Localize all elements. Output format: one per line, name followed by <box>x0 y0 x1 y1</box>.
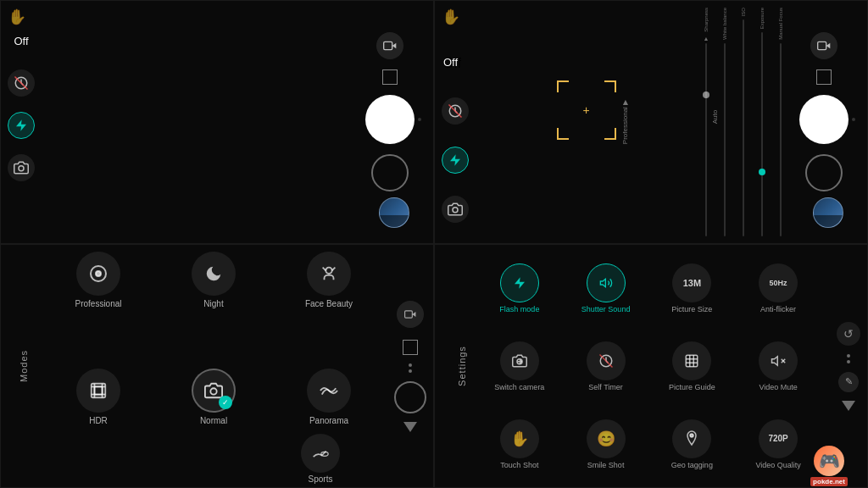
mf-label: Manual Focus <box>778 8 783 40</box>
q2-settings-icon[interactable] <box>442 196 469 223</box>
mode-normal[interactable]: ✓ Normal <box>159 369 269 480</box>
setting-video-mute[interactable]: Video Mute <box>736 328 821 404</box>
setting-picture-guide[interactable]: Picture Guide <box>650 328 735 404</box>
focus-corner-bl <box>557 128 569 140</box>
mf-slider[interactable]: Manual Focus <box>775 8 787 236</box>
shutter-sound-icon <box>587 263 626 302</box>
setting-touch-shot[interactable]: ✋ Touch Shot <box>477 406 562 482</box>
camera-view-panel: ✋ Off <box>0 0 434 244</box>
svg-point-27 <box>210 388 216 394</box>
mf-track <box>780 43 782 236</box>
pokde-avatar: 🎮 <box>814 446 844 476</box>
pro-mode-panel: ✋ Off Off + Professional ▶ <box>434 0 868 244</box>
svg-marker-31 <box>515 277 525 288</box>
flash-mode-label: Flash mode <box>499 305 539 313</box>
svg-marker-4 <box>16 119 26 130</box>
q3-shutter-ring[interactable] <box>394 381 426 413</box>
anti-flicker-icon: 50Hz <box>759 263 798 302</box>
left-controls: Off <box>8 35 35 181</box>
svg-point-46 <box>690 434 693 437</box>
svg-line-19 <box>323 268 326 271</box>
flash-off-label: Off <box>14 35 28 47</box>
svg-marker-43 <box>772 356 778 365</box>
mode-hdr[interactable]: HDR <box>43 369 153 480</box>
panorama-label: Panorama <box>309 416 348 425</box>
normal-label: Normal <box>200 416 227 425</box>
sports-label: Sports <box>309 474 333 484</box>
modes-side-label: Modes <box>19 350 29 382</box>
self-timer-icon <box>587 341 626 380</box>
smile-shot-icon: 😊 <box>587 419 626 458</box>
setting-shutter-sound[interactable]: Shutter Sound <box>564 250 648 326</box>
q4-more-options[interactable] <box>847 354 850 363</box>
ev-track <box>761 32 763 236</box>
shutter-sound-label: Shutter Sound <box>581 305 631 313</box>
active-check: ✓ <box>219 396 232 409</box>
setting-anti-flicker[interactable]: 50Hz Anti-flicker <box>736 250 821 326</box>
q3-more-options[interactable] <box>409 363 412 373</box>
ev-label: Exposure <box>760 8 765 29</box>
svg-marker-6 <box>392 43 397 49</box>
shutter-controls <box>365 32 415 212</box>
setting-smile-shot[interactable]: 😊 Smile Shot <box>564 406 648 482</box>
q2-timer-icon[interactable] <box>442 97 469 125</box>
svg-line-20 <box>332 268 336 271</box>
touch-indicator: ✋ <box>8 8 30 30</box>
iso-track <box>743 19 744 236</box>
picture-size-icon: 13M <box>672 263 711 302</box>
shutter-button[interactable] <box>365 95 415 144</box>
q4-scroll <box>842 401 855 411</box>
pokde-watermark: 🎮 pokde.net <box>791 445 867 487</box>
q2-video-btn[interactable] <box>810 32 837 59</box>
self-timer-label: Self Timer <box>588 383 623 391</box>
setting-switch-camera[interactable]: Switch camera <box>477 328 562 404</box>
svg-marker-32 <box>600 279 605 286</box>
night-label: Night <box>203 299 223 308</box>
video-mute-label: Video Mute <box>759 383 797 391</box>
setting-flash-mode[interactable]: Flash mode <box>477 250 562 326</box>
aspect-ratio-button[interactable] <box>382 69 398 85</box>
q3-aspect-btn[interactable] <box>403 340 418 355</box>
sharpness-label: Sharpness <box>704 8 709 32</box>
wb-slider[interactable]: White balance <box>719 8 731 236</box>
setting-geo-tagging[interactable]: Geo tagging <box>650 406 735 482</box>
mode-face-beauty[interactable]: Face Beauty <box>274 252 384 363</box>
focus-center: + <box>582 104 589 116</box>
camera-settings-icon[interactable] <box>8 154 35 181</box>
q2-thumbnail[interactable] <box>813 197 843 228</box>
svg-rect-22 <box>94 386 102 394</box>
focus-corner-tr <box>604 80 616 92</box>
svg-marker-12 <box>450 154 460 165</box>
q2-aspect-btn[interactable] <box>816 69 832 85</box>
sharpness-slider[interactable]: Sharpness ▲ <box>700 8 712 236</box>
normal-icon: ✓ <box>192 369 236 413</box>
svg-point-17 <box>96 271 101 276</box>
gallery-thumbnail[interactable] <box>379 197 409 228</box>
face-beauty-icon <box>307 252 351 296</box>
setting-picture-size[interactable]: 13M Picture Size <box>650 250 735 326</box>
ev-slider[interactable]: Exposure <box>756 8 768 236</box>
mode-night[interactable]: Night <box>159 252 269 363</box>
timer-off-icon[interactable] <box>8 69 35 97</box>
q2-flash-icon[interactable] <box>442 147 469 174</box>
flash-auto-icon[interactable] <box>8 112 35 139</box>
q2-spacer <box>443 35 467 58</box>
svg-point-5 <box>19 166 24 171</box>
svg-rect-38 <box>687 355 698 367</box>
q2-ring <box>805 154 843 191</box>
modes-panel: Modes Professional Night <box>0 244 434 488</box>
q3-video-btn[interactable] <box>397 301 424 328</box>
pro-sliders: Sharpness ▲ White balance ISO Exposure M… <box>700 1 787 243</box>
q4-edit-btn[interactable]: ✎ <box>838 372 859 392</box>
q4-refresh-btn[interactable]: ↺ <box>837 322 860 346</box>
mode-professional[interactable]: Professional <box>43 252 153 363</box>
video-mode-button[interactable] <box>376 32 403 59</box>
focus-corner-br <box>604 128 616 140</box>
professional-mode-label: Professional ▶ <box>621 100 629 144</box>
night-icon <box>192 252 236 296</box>
picture-guide-label: Picture Guide <box>669 383 715 391</box>
iso-slider[interactable]: ISO <box>737 8 749 236</box>
q2-shutter-btn[interactable] <box>799 95 849 144</box>
mode-sports[interactable]: Sports <box>301 434 340 484</box>
setting-self-timer[interactable]: Self Timer <box>564 328 648 404</box>
